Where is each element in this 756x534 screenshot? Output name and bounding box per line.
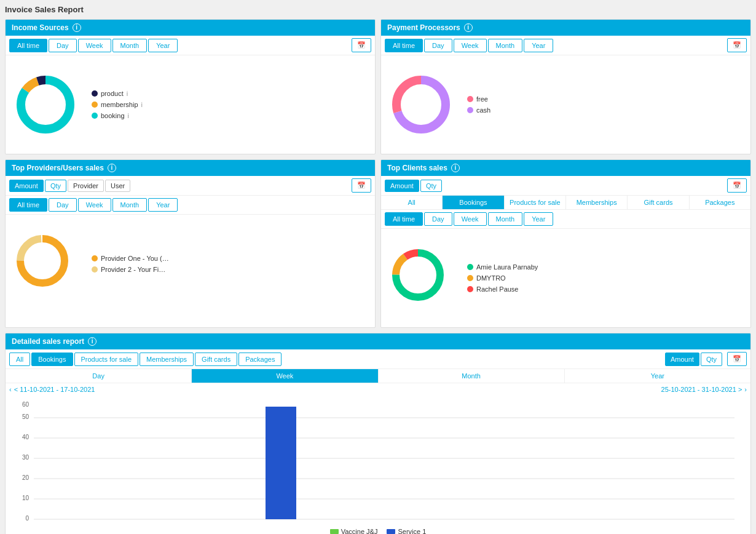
amie-dot	[467, 264, 473, 270]
dr-giftcards-tab[interactable]: Gift cards	[195, 353, 237, 366]
membership-dot	[92, 102, 98, 108]
legend-item-provider2: Provider 2 - Your Fi…	[92, 266, 169, 273]
vaccine-color	[330, 529, 339, 534]
top-clients-legend: Amie Laura Parnaby DMYTRO Rachel Pause	[467, 263, 538, 293]
income-sources-year-btn[interactable]: Year	[148, 39, 178, 52]
detailed-report-panel: Detailed sales report i All Bookings Pro…	[5, 333, 751, 534]
dr-qty-btn[interactable]: Qty	[701, 353, 722, 366]
dmytro-dot	[467, 275, 473, 281]
tp-month-btn[interactable]: Month	[112, 198, 148, 212]
providers-user-btn[interactable]: User	[105, 180, 130, 192]
income-sources-month-btn[interactable]: Month	[112, 39, 148, 52]
providers-amount-btn[interactable]: Amount	[9, 180, 44, 192]
booking-info-icon[interactable]: i	[128, 112, 129, 119]
tc-all-tab[interactable]: All	[381, 196, 443, 209]
next-period-arrow[interactable]: ›	[744, 386, 747, 393]
dr-all-tab[interactable]: All	[9, 353, 30, 366]
detailed-report-info-icon[interactable]: i	[88, 337, 96, 346]
next-period-date: 25-10-2021 - 31-10-2021 >	[661, 386, 742, 393]
pp-week-btn[interactable]: Week	[454, 39, 487, 52]
income-sources-legend: product i membership i booking i	[92, 90, 143, 119]
provider2-dot	[92, 266, 98, 273]
membership-info-icon[interactable]: i	[141, 101, 143, 108]
tc-products-tab[interactable]: Products for sale	[505, 196, 566, 209]
prev-period-date: < 11-10-2021 - 17-10-2021	[14, 386, 95, 393]
tc-memberships-tab[interactable]: Memberships	[566, 196, 628, 209]
income-sources-time-nav: All time Day Week Month Year 📅	[6, 36, 375, 55]
tc-month-btn[interactable]: Month	[488, 212, 523, 226]
pp-day-btn[interactable]: Day	[424, 39, 452, 52]
income-sources-alltime-btn[interactable]: All time	[9, 39, 47, 52]
tp-week-btn[interactable]: Week	[78, 198, 111, 212]
tc-alltime-btn[interactable]: All time	[385, 212, 423, 226]
income-sources-calendar-btn[interactable]: 📅	[352, 38, 371, 52]
dr-products-tab[interactable]: Products for sale	[74, 353, 139, 366]
free-label: free	[476, 95, 488, 103]
payment-processors-info-icon[interactable]: i	[464, 23, 473, 32]
service1-label: Service 1	[398, 528, 426, 534]
providers-calendar-btn[interactable]: 📅	[352, 178, 371, 193]
tp-day-btn[interactable]: Day	[49, 198, 77, 212]
svg-text:22-10-2021: 22-10-2021	[470, 523, 500, 524]
membership-label: membership	[101, 101, 138, 108]
dr-memberships-tab[interactable]: Memberships	[140, 353, 194, 366]
dr-packages-tab[interactable]: Packages	[238, 353, 282, 366]
dr-month-btn[interactable]: Month	[379, 369, 565, 383]
dr-amount-btn[interactable]: Amount	[665, 353, 699, 366]
tp-alltime-btn[interactable]: All time	[9, 198, 47, 212]
svg-text:50: 50	[22, 413, 30, 420]
tp-year-btn[interactable]: Year	[148, 198, 178, 212]
top-providers-time-nav: All time Day Week Month Year	[6, 196, 375, 215]
pp-calendar-btn[interactable]: 📅	[727, 38, 747, 52]
payment-processors-header: Payment Processors i	[381, 20, 750, 36]
dr-calendar-btn[interactable]: 📅	[727, 352, 747, 366]
dr-year-btn[interactable]: Year	[565, 369, 750, 383]
clients-calendar-btn[interactable]: 📅	[727, 178, 747, 193]
clients-qty-btn[interactable]: Qty	[420, 180, 442, 192]
clients-amount-btn[interactable]: Amount	[385, 180, 419, 192]
prev-period-arrow[interactable]: ‹	[9, 386, 12, 393]
product-info-icon[interactable]: i	[127, 90, 128, 97]
top-clients-time-nav: All time Day Week Month Year	[381, 210, 750, 229]
svg-text:21-10-2021: 21-10-2021	[369, 523, 400, 524]
tc-year-btn[interactable]: Year	[524, 212, 553, 226]
product-dot	[92, 90, 98, 97]
providers-qty-btn[interactable]: Qty	[45, 180, 66, 192]
top-row: Income Sources i All time Day Week Month…	[5, 19, 751, 154]
income-sources-day-btn[interactable]: Day	[49, 39, 77, 52]
income-sources-week-btn[interactable]: Week	[78, 39, 111, 52]
top-providers-title: Top Providers/Users sales	[12, 164, 104, 172]
dr-day-btn[interactable]: Day	[6, 369, 192, 383]
tc-day-btn[interactable]: Day	[424, 212, 452, 226]
top-providers-body: Provider One - You (… Provider 2 - Your …	[6, 215, 375, 313]
provider1-dot	[92, 255, 98, 261]
pp-month-btn[interactable]: Month	[488, 39, 523, 52]
income-sources-info-icon[interactable]: i	[73, 23, 81, 32]
income-sources-title: Income Sources	[12, 23, 69, 32]
tc-bookings-tab[interactable]: Bookings	[443, 196, 504, 209]
top-clients-body: Amie Laura Parnaby DMYTRO Rachel Pause	[381, 229, 750, 327]
legend-item-membership: membership i	[92, 101, 143, 108]
legend-item-free: free	[467, 95, 490, 103]
pp-alltime-btn[interactable]: All time	[385, 39, 423, 52]
tc-giftcards-tab[interactable]: Gift cards	[628, 196, 689, 209]
top-clients-info-icon[interactable]: i	[451, 164, 460, 172]
top-clients-title: Top Clients sales	[387, 164, 447, 172]
dr-bookings-tab[interactable]: Bookings	[31, 353, 73, 366]
tc-week-btn[interactable]: Week	[454, 212, 487, 226]
payment-processors-donut	[387, 71, 455, 138]
top-clients-filter-tabs: All Bookings Products for sale Membershi…	[381, 196, 750, 210]
top-clients-donut	[387, 244, 455, 312]
legend-item-dmytro: DMYTRO	[467, 274, 538, 282]
payment-processors-title: Payment Processors	[387, 23, 460, 32]
rachel-dot	[467, 286, 473, 292]
dr-week-btn[interactable]: Week	[192, 369, 378, 383]
pp-year-btn[interactable]: Year	[524, 39, 553, 52]
tc-packages-tab[interactable]: Packages	[690, 196, 750, 209]
legend-item-rachel: Rachel Pause	[467, 285, 538, 293]
svg-text:10: 10	[22, 495, 30, 501]
providers-provider-btn[interactable]: Provider	[68, 180, 104, 192]
top-providers-info-icon[interactable]: i	[108, 164, 116, 172]
svg-text:23-10-2021: 23-10-2021	[570, 523, 600, 524]
bar-chart-svg: 0 10 20 30 40 50 60	[12, 400, 744, 524]
